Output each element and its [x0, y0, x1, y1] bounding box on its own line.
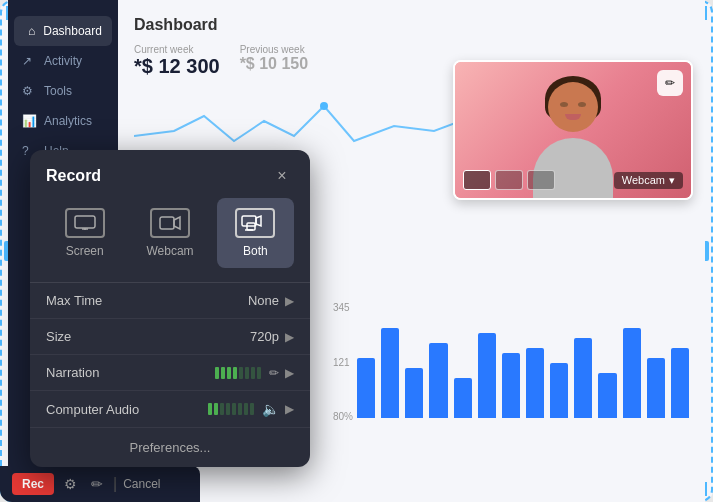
webcam-screen-btn[interactable] — [463, 170, 491, 190]
chart-label-mid: 121 — [333, 357, 353, 368]
bar-3 — [429, 343, 447, 418]
settings-icon[interactable]: ⚙ — [60, 472, 81, 496]
ca-vol-seg-8 — [250, 403, 254, 415]
screen-type-label: Screen — [66, 244, 104, 258]
bar-8 — [550, 363, 568, 418]
both-type-label: Both — [243, 244, 268, 258]
bar-9 — [574, 338, 592, 418]
vol-seg-2 — [221, 367, 225, 379]
bottom-bar: Rec ⚙ ✏ | Cancel — [0, 466, 200, 502]
webcam-edit-button[interactable]: ✏ — [657, 70, 683, 96]
sidebar-label-tools: Tools — [44, 84, 72, 98]
svg-point-0 — [320, 102, 328, 110]
bar-12 — [647, 358, 665, 418]
chart-labels: 345 121 80% — [333, 302, 353, 422]
bar-6 — [502, 353, 520, 418]
sidebar-label-analytics: Analytics — [44, 114, 92, 128]
preferences-button[interactable]: Preferences... — [30, 428, 310, 467]
modal-title: Record — [46, 167, 101, 185]
webcam-icon — [159, 215, 181, 231]
home-icon: ⌂ — [28, 24, 35, 38]
previous-value: *$ 10 150 — [240, 55, 309, 73]
bar-4 — [454, 378, 472, 418]
webcam-cam-btn[interactable] — [495, 170, 523, 190]
webcam-icon-box — [150, 208, 190, 238]
record-type-both[interactable]: Both — [217, 198, 294, 268]
both-icon-box — [235, 208, 275, 238]
setting-narration: Narration ✏ ▶ — [30, 355, 310, 391]
chart-label-top: 345 — [333, 302, 353, 313]
webcam-preview: ✏ Webcam ▾ — [453, 60, 693, 200]
vol-seg-7 — [251, 367, 255, 379]
cancel-button[interactable]: Cancel — [123, 477, 160, 491]
bar-11 — [623, 328, 641, 418]
ca-vol-seg-2 — [214, 403, 218, 415]
speaker-icon: 🔈 — [262, 401, 279, 417]
computer-audio-label: Computer Audio — [46, 402, 208, 417]
narration-arrow[interactable]: ▶ — [285, 366, 294, 380]
size-label: Size — [46, 329, 250, 344]
modal-close-button[interactable]: × — [270, 164, 294, 188]
activity-icon: ↗ — [22, 54, 36, 68]
vol-seg-3 — [227, 367, 231, 379]
sidebar-item-activity[interactable]: ↗ Activity — [8, 46, 118, 76]
record-type-selector: Screen Webcam Both — [30, 198, 310, 282]
ca-vol-seg-6 — [238, 403, 242, 415]
size-arrow[interactable]: ▶ — [285, 330, 294, 344]
webcam-type-label: Webcam — [146, 244, 193, 258]
setting-size: Size 720p ▶ — [30, 319, 310, 355]
current-value: *$ 12 300 — [134, 55, 220, 78]
bottom-divider: | — [113, 475, 117, 493]
modal-header: Record × — [30, 150, 310, 198]
svg-marker-13 — [256, 216, 261, 226]
ca-vol-seg-5 — [232, 403, 236, 415]
narration-label: Narration — [46, 365, 215, 380]
ca-vol-seg-3 — [220, 403, 224, 415]
vol-seg-5 — [239, 367, 243, 379]
stat-previous: Previous week *$ 10 150 — [240, 44, 309, 78]
bar-0 — [357, 358, 375, 418]
sidebar-item-dashboard[interactable]: ⌂ Dashboard — [14, 16, 112, 46]
sidebar-item-tools[interactable]: ⚙ Tools — [8, 76, 118, 106]
record-type-screen[interactable]: Screen — [46, 198, 123, 268]
ca-vol-seg-7 — [244, 403, 248, 415]
vol-seg-1 — [215, 367, 219, 379]
chart-label-bot: 80% — [333, 411, 353, 422]
vol-seg-8 — [257, 367, 261, 379]
max-time-label: Max Time — [46, 293, 248, 308]
max-time-value: None — [248, 293, 279, 308]
computer-audio-arrow[interactable]: ▶ — [285, 402, 294, 416]
current-week-label: Current week — [134, 44, 220, 55]
rec-button[interactable]: Rec — [12, 473, 54, 495]
stat-current: Current week *$ 12 300 — [134, 44, 220, 78]
bar-13 — [671, 348, 689, 418]
page-title: Dashboard — [134, 16, 689, 34]
vol-seg-4 — [233, 367, 237, 379]
svg-rect-12 — [242, 216, 256, 226]
chevron-down-icon: ▾ — [669, 174, 675, 187]
edit-icon: ✏ — [665, 76, 675, 90]
webcam-both-btn[interactable] — [527, 170, 555, 190]
webcam-controls: Webcam ▾ — [463, 170, 683, 190]
svg-marker-11 — [174, 217, 180, 229]
record-type-webcam[interactable]: Webcam — [131, 198, 208, 268]
bar-5 — [478, 333, 496, 418]
webcam-label[interactable]: Webcam ▾ — [614, 172, 683, 189]
sidebar-label-dashboard: Dashboard — [43, 24, 102, 38]
max-time-arrow[interactable]: ▶ — [285, 294, 294, 308]
sidebar-item-analytics[interactable]: 📊 Analytics — [8, 106, 118, 136]
both-icon — [241, 213, 269, 233]
bar-10 — [598, 373, 616, 418]
previous-week-label: Previous week — [240, 44, 309, 55]
narration-pencil-icon[interactable]: ✏ — [269, 366, 279, 380]
ca-vol-seg-4 — [226, 403, 230, 415]
pencil-edit-icon[interactable]: ✏ — [87, 472, 107, 496]
analytics-icon: 📊 — [22, 114, 36, 128]
setting-max-time: Max Time None ▶ — [30, 283, 310, 319]
screen-icon — [74, 215, 96, 231]
person-head — [548, 82, 598, 132]
bar-1 — [381, 328, 399, 418]
svg-rect-7 — [75, 216, 95, 228]
tools-icon: ⚙ — [22, 84, 36, 98]
bar-2 — [405, 368, 423, 418]
